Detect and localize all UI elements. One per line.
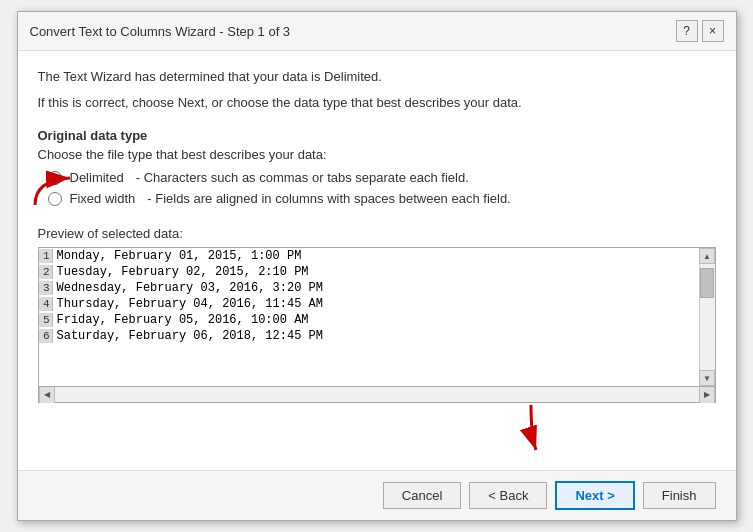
radio-label-delimited[interactable]: Delimited [70,170,124,185]
preview-row-4: 4 Thursday, February 04, 2016, 11:45 AM [39,296,699,312]
preview-row-num-4: 4 [39,297,53,311]
preview-wrapper: 1 Monday, February 01, 2015, 1:00 PM 2 T… [38,247,716,403]
back-button[interactable]: < Back [469,482,547,509]
preview-row-num-1: 1 [39,249,53,263]
footer: Cancel < Back Next > Finish [18,470,736,520]
radio-group: Delimited - Characters such as commas or… [48,170,716,206]
preview-row-num-5: 5 [39,313,53,327]
radio-desc-delimited: - Characters such as commas or tabs sepa… [136,170,469,185]
preview-row-1: 1 Monday, February 01, 2015, 1:00 PM [39,248,699,264]
preview-section: Preview of selected data: 1 Monday, Febr… [38,226,716,454]
preview-row-6: 6 Saturday, February 06, 2018, 12:45 PM [39,328,699,344]
preview-row-num-6: 6 [39,329,53,343]
intro-line2: If this is correct, choose Next, or choo… [38,93,716,113]
scroll-up-arrow[interactable]: ▲ [699,248,715,264]
preview-content: 1 Monday, February 01, 2015, 1:00 PM 2 T… [39,248,699,386]
preview-row-text-2: Tuesday, February 02, 2015, 2:10 PM [57,265,309,279]
preview-row-num-2: 2 [39,265,53,279]
scroll-left-arrow[interactable]: ◀ [39,387,55,403]
dialog-title: Convert Text to Columns Wizard - Step 1 … [30,24,291,39]
dialog: Convert Text to Columns Wizard - Step 1 … [17,11,737,521]
preview-row-text-4: Thursday, February 04, 2016, 11:45 AM [57,297,323,311]
radio-label-fixed-width[interactable]: Fixed width [70,191,136,206]
radio-delimited[interactable] [48,171,62,185]
title-bar: Convert Text to Columns Wizard - Step 1 … [18,12,736,51]
preview-row-5: 5 Friday, February 05, 2016, 10:00 AM [39,312,699,328]
scroll-right-arrow[interactable]: ▶ [699,387,715,403]
section-label: Original data type [38,128,716,143]
intro-line1: The Text Wizard has determined that your… [38,67,716,87]
radio-group-container: Delimited - Characters such as commas or… [38,170,716,206]
preview-row-text-5: Friday, February 05, 2016, 10:00 AM [57,313,309,327]
preview-row-3: 3 Wednesday, February 03, 2016, 3:20 PM [39,280,699,296]
sub-label: Choose the file type that best describes… [38,147,716,162]
help-button[interactable]: ? [676,20,698,42]
next-button[interactable]: Next > [555,481,634,510]
scroll-down-arrow[interactable]: ▼ [699,370,715,386]
radio-row-delimited: Delimited - Characters such as commas or… [48,170,716,185]
preview-row-num-3: 3 [39,281,53,295]
close-button[interactable]: × [702,20,724,42]
original-data-type-section: Original data type Choose the file type … [38,118,716,206]
cancel-button[interactable]: Cancel [383,482,461,509]
preview-row-text-6: Saturday, February 06, 2018, 12:45 PM [57,329,323,343]
scroll-thumb[interactable] [700,268,714,298]
horizontal-scrollbar[interactable]: ◀ ▶ [38,387,716,403]
finish-button[interactable]: Finish [643,482,716,509]
preview-row-text-1: Monday, February 01, 2015, 1:00 PM [57,249,302,263]
radio-fixed-width[interactable] [48,192,62,206]
vertical-scrollbar[interactable]: ▲ ▼ [699,248,715,386]
preview-label: Preview of selected data: [38,226,716,241]
preview-box: 1 Monday, February 01, 2015, 1:00 PM 2 T… [38,247,716,387]
preview-row-text-3: Wednesday, February 03, 2016, 3:20 PM [57,281,323,295]
radio-row-fixed-width: Fixed width - Fields are aligned in colu… [48,191,716,206]
preview-row-2: 2 Tuesday, February 02, 2015, 2:10 PM [39,264,699,280]
radio-desc-fixed-width: - Fields are aligned in columns with spa… [147,191,510,206]
title-bar-controls: ? × [676,20,724,42]
content-area: The Text Wizard has determined that your… [18,51,736,470]
